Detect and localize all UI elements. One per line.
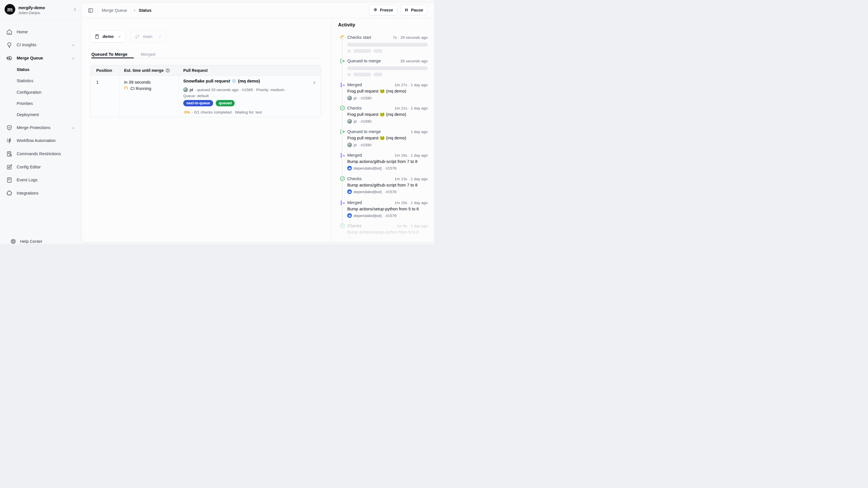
sidebar-item-home[interactable]: Home <box>3 28 78 37</box>
sidebar-item-label: Commands Restrictions <box>17 151 61 156</box>
dependabot-icon <box>347 190 352 194</box>
sidebar-subitem-label: Priorities <box>17 101 33 106</box>
org-name: mergify-demo <box>19 5 45 10</box>
sidebar-item-config-editor[interactable]: Config Editor <box>3 163 78 172</box>
column-header-position: Position <box>96 68 112 73</box>
badge-queued: queued <box>216 100 235 106</box>
sidebar-item-configuration[interactable]: Configuration <box>3 88 78 97</box>
activity-event-merged[interactable]: Merged1m 15s · 1 day ago Bump actions/se… <box>347 200 428 218</box>
row-position: 1 <box>96 80 98 85</box>
activity-event-queued[interactable]: Queued to merge1 day ago Frog pull reque… <box>347 129 428 147</box>
sidebar-item-integrations[interactable]: Integrations <box>3 189 78 198</box>
pr-badges: next-in-queue queued <box>183 100 235 106</box>
avatar <box>347 143 352 147</box>
queued-to-merge-icon <box>339 128 346 135</box>
sidebar-item-status[interactable]: Status <box>3 65 78 74</box>
zap-lines-icon <box>6 138 12 144</box>
branch-icon <box>135 34 140 39</box>
merge-queue-icon <box>6 55 12 61</box>
repository-value: demo <box>102 34 114 39</box>
pause-button[interactable]: Pause <box>400 5 427 15</box>
chevron-down-icon <box>71 126 75 130</box>
sidebar: m mergify-demo Julien Danjou Home CI Ins… <box>0 0 81 244</box>
activity-event-queued[interactable]: Queued to merge35 seconds ago <box>347 58 428 77</box>
queued-to-merge-icon <box>339 57 346 64</box>
sidebar-item-commands-restrictions[interactable]: Commands Restrictions <box>3 149 78 159</box>
sidebar-item-help-center[interactable]: Help Center <box>3 237 78 244</box>
sidebar-item-label: Workflow Automation <box>17 138 56 143</box>
activity-panel: Activity Checks start7s · 29 seconds ago… <box>331 18 434 242</box>
badge-next-in-queue: next-in-queue <box>183 100 213 106</box>
chevron-up-icon <box>71 56 75 61</box>
edit-square-icon <box>6 164 12 170</box>
freeze-button[interactable]: ❄ Freeze <box>369 5 398 15</box>
git-merge-icon <box>339 152 346 159</box>
dependabot-icon <box>347 213 352 218</box>
sidebar-item-label: Event Logs <box>17 178 38 182</box>
row-expand-chevron-icon[interactable] <box>312 80 317 85</box>
org-switcher-icon[interactable] <box>73 7 77 12</box>
pr-queue: Queue: default <box>183 94 209 98</box>
tab-merged[interactable]: Merged <box>141 52 155 57</box>
org-owner: Julien Danjou <box>19 11 40 15</box>
org-avatar: m <box>5 4 15 15</box>
branch-select[interactable]: main <box>130 30 166 42</box>
row-eta: in 39 seconds <box>124 80 151 85</box>
avatar <box>183 87 188 92</box>
activity-event-checks[interactable]: Checks1m 21s · 1 day ago Frog pull reque… <box>347 106 428 123</box>
activity-event-checks[interactable]: Checks1m 13s · 1 day ago Bump actions/gi… <box>347 176 428 194</box>
sidebar-item-statistics[interactable]: Statistics <box>3 77 78 85</box>
avatar <box>347 119 352 123</box>
activity-event-merged[interactable]: Merged1m 27s · 1 day ago Frog pull reque… <box>347 82 428 100</box>
skeleton-row <box>347 73 428 77</box>
sidebar-item-merge-protections[interactable]: Merge Protections <box>3 123 78 133</box>
chevron-down-icon <box>158 34 162 39</box>
sidebar-item-label: Merge Queue <box>17 56 43 60</box>
document-lines-icon <box>6 177 12 183</box>
home-icon <box>6 29 12 35</box>
sidebar-item-priorities[interactable]: Priorities <box>3 99 78 108</box>
sidebar-item-event-logs[interactable]: Event Logs <box>3 176 78 185</box>
sidebar-toggle-icon[interactable] <box>88 8 93 13</box>
pr-meta: jd · queued 33 seconds ago · #1589 · Pri… <box>183 87 287 92</box>
sidebar-item-workflow-automation[interactable]: Workflow Automation <box>3 136 78 145</box>
pr-author: jd <box>190 88 193 92</box>
breadcrumb-chevron-icon <box>132 8 137 12</box>
sidebar-item-label: Merge Protections <box>17 125 51 130</box>
column-divider <box>179 76 179 117</box>
check-circle-icon <box>339 105 346 112</box>
tab-queued-to-merge[interactable]: Queued To Merge <box>91 52 127 57</box>
sidebar-subitem-label: Deployment <box>17 112 39 117</box>
topbar-divider <box>97 8 98 13</box>
shield-check-icon <box>6 125 12 131</box>
column-header-pull-request: Pull Request <box>183 68 208 73</box>
repository-icon <box>94 34 100 39</box>
pr-title[interactable]: Snowflake pull request ❄️ (mq demo) <box>183 79 260 84</box>
puzzle-icon <box>6 190 12 196</box>
document-lock-icon <box>6 151 12 157</box>
sidebar-item-merge-queue[interactable]: Merge Queue <box>3 54 78 63</box>
pr-meta-text: · queued 33 seconds ago · #1589 · Priori… <box>195 88 287 92</box>
sidebar-item-deployment[interactable]: Deployment <box>3 111 78 119</box>
skeleton-row <box>347 49 428 53</box>
queue-table: Position Est. time until merge Pull Requ… <box>90 65 321 117</box>
sidebar-item-label: Home <box>17 30 28 34</box>
activity-event-checks[interactable]: Checks1m 9s · 1 day ago Bump actions/set… <box>347 223 428 241</box>
freeze-label: Freeze <box>380 8 393 12</box>
check-circle-icon <box>339 175 346 182</box>
repository-select[interactable]: demo <box>90 30 126 42</box>
breadcrumb-merge-queue[interactable]: Merge Queue <box>102 8 127 12</box>
dependabot-icon <box>347 236 352 241</box>
active-tab-indicator <box>91 57 134 58</box>
activity-event-checks-start[interactable]: Checks start7s · 29 seconds ago <box>347 35 428 53</box>
sidebar-subitem-label: Status <box>17 67 29 72</box>
progress-text: · 0/1 checks completed · Waiting for: te… <box>192 110 262 114</box>
help-icon[interactable] <box>165 68 170 73</box>
sidebar-item-ci-insights[interactable]: CI Insights <box>3 40 78 50</box>
pause-label: Pause <box>411 8 423 12</box>
sidebar-subitem-label: Configuration <box>17 90 41 94</box>
column-header-eta: Est. time until merge <box>124 68 170 73</box>
activity-title: Activity <box>338 22 355 28</box>
activity-event-merged[interactable]: Merged1m 19s · 1 day ago Bump actions/gi… <box>347 153 428 170</box>
queue-table-header: Position Est. time until merge Pull Requ… <box>91 65 321 76</box>
